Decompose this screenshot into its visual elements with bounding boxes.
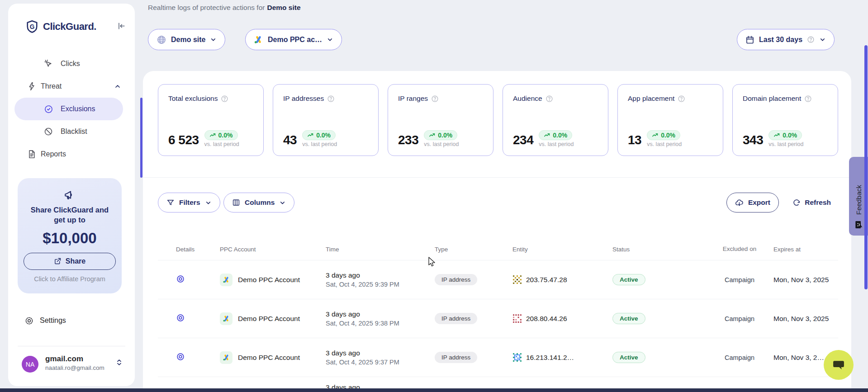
- excluded-on-value: Campaign: [706, 354, 773, 361]
- stat-note: vs. last period: [204, 141, 239, 147]
- view-details-button[interactable]: [176, 274, 185, 283]
- chevrons-up-down-icon: [115, 359, 123, 366]
- stat-card-ip-addresses: IP addresses 43 0.0% vs. last period: [273, 84, 379, 156]
- view-details-button[interactable]: [176, 313, 185, 322]
- trend-up-icon: [209, 132, 216, 139]
- delta-badge: 0.0%: [539, 130, 572, 140]
- page-scrollbar-thumb[interactable]: [864, 45, 868, 289]
- avatar: NA: [22, 356, 38, 373]
- sidebar-item-settings[interactable]: Settings: [8, 309, 135, 332]
- svg-text:G: G: [30, 24, 35, 30]
- date-range-selector[interactable]: Last 30 days: [737, 29, 835, 50]
- column-header-excluded: Excluded on: [706, 245, 773, 253]
- affiliate-link[interactable]: Click to Affiliate Program: [34, 275, 105, 283]
- trend-up-icon: [652, 132, 659, 139]
- table-header-row: Details PPC Account Time Type Entity Sta…: [158, 238, 838, 260]
- help-circle-icon[interactable]: [327, 95, 335, 103]
- globe-icon: [157, 35, 166, 45]
- help-circle-icon[interactable]: [678, 95, 685, 103]
- table-row: Demo PPC Account 3 days agoSat, Oct 4, 2…: [158, 338, 838, 377]
- stat-value: 13: [628, 134, 641, 147]
- help-circle-icon[interactable]: [545, 95, 553, 103]
- filters-button[interactable]: Filters: [158, 193, 220, 213]
- google-ads-icon: [220, 351, 232, 364]
- refresh-button[interactable]: Refresh: [792, 193, 831, 213]
- help-circle-icon[interactable]: [221, 95, 228, 103]
- stat-note: vs. last period: [539, 141, 574, 147]
- time-exact: Sat, Oct 4, 2025 9:39 PM: [326, 281, 435, 288]
- chevron-up-icon[interactable]: [114, 83, 121, 90]
- columns-button[interactable]: Columns: [223, 193, 294, 213]
- stats-row: Total exclusions 6 523 0.0% vs. last per…: [158, 84, 838, 156]
- chevron-down-icon: [279, 199, 286, 206]
- trend-up-icon: [429, 132, 436, 139]
- brand-logo: G ClickGuard.: [25, 20, 96, 33]
- stat-value: 233: [398, 134, 418, 147]
- stat-card-ip-ranges: IP ranges 233 0.0% vs. last period: [388, 84, 493, 156]
- entity-value: 16.213.141.2…: [526, 354, 574, 362]
- exclusions-panel: Total exclusions 6 523 0.0% vs. last per…: [143, 71, 851, 392]
- stat-label: Domain placement: [743, 94, 801, 103]
- cloud-download-icon: [735, 198, 744, 207]
- calendar-icon: [745, 35, 754, 44]
- status-badge: Active: [612, 352, 645, 363]
- chevron-down-icon: [205, 199, 212, 206]
- entity-value: 203.75.47.28: [526, 276, 567, 284]
- column-header-time: Time: [326, 246, 435, 253]
- badge-check-icon: [44, 104, 53, 114]
- feedback-smiley-icon: [854, 220, 863, 229]
- chat-launcher-button[interactable]: [824, 350, 854, 380]
- user-account-menu[interactable]: NA gmail.com naatali.ro@gmail.com: [8, 354, 135, 381]
- view-details-button[interactable]: [176, 352, 185, 361]
- bottom-edge-bar: [0, 388, 868, 392]
- collapse-sidebar-icon[interactable]: [117, 22, 126, 30]
- share-button[interactable]: Share: [24, 253, 116, 270]
- site-selector[interactable]: Demo site: [148, 29, 225, 50]
- settings-label: Settings: [40, 316, 66, 325]
- sidebar-item-label: Exclusions: [61, 105, 95, 113]
- type-badge: IP address: [435, 352, 477, 363]
- delta-badge: 0.0%: [204, 130, 238, 140]
- columns-label: Columns: [245, 198, 275, 207]
- column-header-status: Status: [612, 246, 706, 253]
- chevron-down-icon: [819, 36, 826, 43]
- stat-value: 343: [743, 134, 763, 147]
- sidebar-item-clicks[interactable]: Clicks: [8, 52, 135, 75]
- columns-icon: [232, 198, 240, 207]
- ppc-account-selector[interactable]: Demo PPC ac…: [245, 29, 342, 50]
- google-ads-icon: [220, 312, 232, 325]
- time-relative: 3 days ago: [326, 349, 435, 357]
- sidebar-item-label: Threat: [41, 82, 62, 90]
- date-range-value: Last 30 days: [759, 36, 802, 44]
- document-icon: [27, 150, 36, 159]
- sidebar-item-threat[interactable]: Threat: [8, 75, 135, 98]
- feedback-label: Feedback: [855, 185, 863, 215]
- delta-badge: 0.0%: [424, 130, 457, 140]
- promo-headline: Share ClickGuard and get up to: [27, 205, 113, 225]
- user-name: gmail.com: [45, 354, 83, 364]
- export-label: Export: [748, 198, 770, 207]
- stat-value: 43: [283, 134, 297, 147]
- expires-at-value: Mon, Nov 3, 2025: [773, 276, 838, 284]
- google-ads-icon: [254, 35, 263, 44]
- affiliate-promo-card: Share ClickGuard and get up to $10,000 S…: [18, 178, 122, 293]
- help-circle-icon[interactable]: [431, 95, 439, 103]
- status-badge: Active: [612, 274, 645, 285]
- filters-label: Filters: [179, 198, 200, 207]
- export-button[interactable]: Export: [726, 193, 779, 213]
- stat-card-total-exclusions: Total exclusions 6 523 0.0% vs. last per…: [158, 84, 264, 156]
- stat-note: vs. last period: [424, 141, 459, 147]
- cursor-click-icon: [44, 59, 53, 69]
- ppc-account-selector-value: Demo PPC ac…: [268, 36, 322, 44]
- delta-badge: 0.0%: [302, 130, 336, 140]
- sidebar-item-reports[interactable]: Reports: [8, 143, 135, 165]
- stat-note: vs. last period: [647, 141, 682, 147]
- section-divider: [143, 177, 851, 178]
- table-row: Demo PPC Account 3 days agoSat, Oct 4, 2…: [158, 260, 838, 299]
- help-circle-icon[interactable]: [804, 95, 812, 103]
- sidebar-item-blacklist[interactable]: Blacklist: [8, 120, 135, 143]
- chat-bubble-icon: [832, 358, 845, 372]
- stat-card-domain-placement: Domain placement 343 0.0% vs. last perio…: [732, 84, 838, 156]
- sidebar-item-exclusions[interactable]: Exclusions: [14, 98, 123, 120]
- sidebar-scrollbar-thumb[interactable]: [140, 98, 142, 178]
